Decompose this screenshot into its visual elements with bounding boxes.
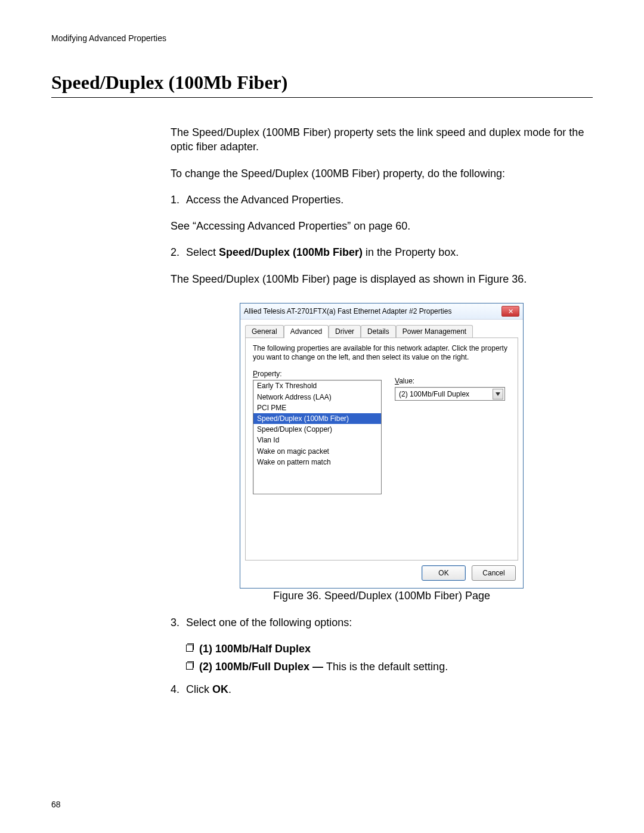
list-item[interactable]: Early Tx Threshold [253,380,381,391]
step-2-sub: The Speed/Duplex (100Mb Fiber) page is d… [171,272,593,286]
option-2-rest: This is the default setting. [326,661,448,673]
bullet-icon [186,645,193,652]
step-1-sub: See “Accessing Advanced Properties” on p… [171,219,593,233]
step-3-number: 3. [171,615,186,630]
step-4-bold: OK [212,683,228,695]
step-2-post: in the Property box. [363,246,459,258]
body-content: The Speed/Duplex (100MB Fiber) property … [171,125,593,697]
option-2-bold: (2) 100Mb/Full Duplex — [199,661,326,673]
close-icon: ✕ [508,308,513,315]
tab-driver[interactable]: Driver [329,325,361,338]
list-item[interactable]: Wake on pattern match [253,457,381,467]
value-combobox-text: (2) 100Mb/Full Duplex [399,389,469,399]
list-item[interactable]: Wake on magic packet [253,446,381,457]
bullet-icon [186,662,193,670]
dialog-title: Allied Telesis AT-2701FTX(a) Fast Ethern… [244,306,451,316]
property-label-ul: P [253,370,258,378]
tab-details[interactable]: Details [361,325,396,338]
step-4-post: . [228,683,231,695]
tab-power-management[interactable]: Power Management [396,325,473,338]
running-header: Modifying Advanced Properties [51,33,593,43]
step-4-number: 4. [171,682,186,696]
list-item[interactable]: Speed/Duplex (Copper) [253,424,381,435]
option-list: (1) 100Mb/Half Duplex (2) 100Mb/Full Dup… [186,642,593,674]
figure-36: Allied Telesis AT-2701FTX(a) Fast Ethern… [171,303,593,589]
dialog-tabs: General Advanced Driver Details Power Ma… [245,324,518,337]
tab-advanced[interactable]: Advanced [284,325,329,338]
section-title: Speed/Duplex (100Mb Fiber) [51,72,593,98]
chevron-down-icon [493,389,503,400]
step-1-number: 1. [171,193,186,207]
list-item[interactable]: Network Address (LAA) [253,392,381,402]
page-number: 68 [51,800,61,809]
step-2-text: Select Speed/Duplex (100Mb Fiber) in the… [186,245,593,259]
dialog-titlebar: Allied Telesis AT-2701FTX(a) Fast Ethern… [240,304,523,320]
tab-general[interactable]: General [245,325,284,338]
value-label-rest: alue: [399,377,414,385]
step-2-pre: Select [186,246,219,258]
close-button[interactable]: ✕ [501,306,519,317]
step-4-text: Click OK. [186,682,593,696]
step-1-text: Access the Advanced Properties. [186,193,593,207]
property-label-rest: roperty: [258,370,282,378]
ok-button[interactable]: OK [422,565,466,581]
properties-dialog: Allied Telesis AT-2701FTX(a) Fast Ethern… [240,303,524,589]
step-4: 4. Click OK. [171,682,593,696]
intro-paragraph-2: To change the Speed/Duplex (100MB Fiber)… [171,166,593,181]
step-2: 2. Select Speed/Duplex (100Mb Fiber) in … [171,245,593,259]
cancel-button[interactable]: Cancel [472,565,516,581]
value-label: Value: [395,376,505,386]
list-item[interactable]: PCI PME [253,402,381,413]
value-combobox[interactable]: (2) 100Mb/Full Duplex [395,387,505,401]
list-item[interactable]: Vlan Id [253,435,381,445]
step-2-bold: Speed/Duplex (100Mb Fiber) [219,246,363,258]
option-1: (1) 100Mb/Half Duplex [199,643,311,655]
intro-paragraph-1: The Speed/Duplex (100MB Fiber) property … [171,125,593,154]
tab-panel-advanced: The following properties are available f… [245,337,518,561]
dialog-button-row: OK Cancel [240,565,523,588]
step-1: 1. Access the Advanced Properties. [171,193,593,207]
property-listbox[interactable]: Early Tx Threshold Network Address (LAA)… [253,380,382,494]
step-2-number: 2. [171,245,186,259]
step-3-text: Select one of the following options: [186,615,593,630]
list-item-selected[interactable]: Speed/Duplex (100Mb Fiber) [253,413,381,424]
figure-caption: Figure 36. Speed/Duplex (100Mb Fiber) Pa… [171,589,593,603]
step-4-pre: Click [186,683,212,695]
dialog-description: The following properties are available f… [253,344,510,362]
property-label: Property: [253,369,386,379]
step-3: 3. Select one of the following options: [171,615,593,630]
